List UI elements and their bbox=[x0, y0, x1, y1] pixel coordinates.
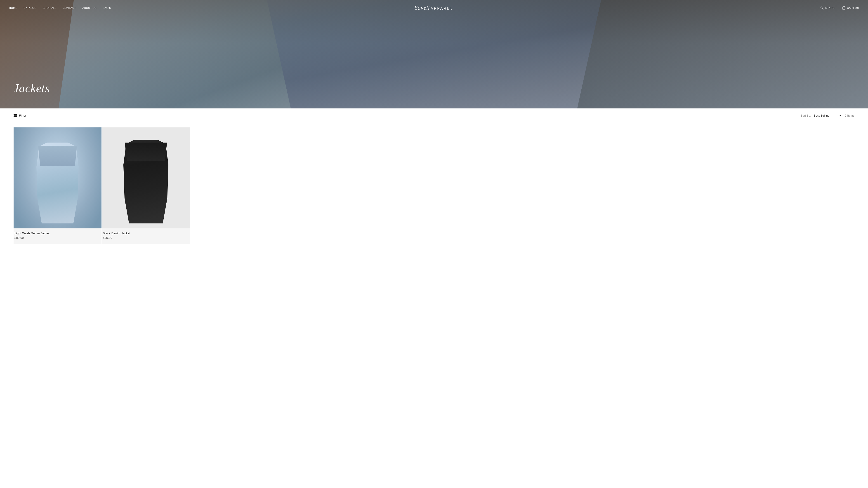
sort-select[interactable]: Best Selling Price: Low to High Price: H… bbox=[814, 114, 842, 117]
nav-about-us[interactable]: ABOUT US bbox=[82, 6, 96, 9]
nav-contact[interactable]: CONTACT bbox=[63, 6, 76, 9]
filter-icon-line-2 bbox=[14, 116, 17, 116]
nav-catalog[interactable]: CATALOG bbox=[24, 6, 37, 9]
product-name-2: Black Denim Jacket bbox=[103, 232, 189, 235]
filter-icon-line-3 bbox=[13, 116, 17, 117]
filter-icon-line-1 bbox=[13, 114, 17, 115]
search-label: SEARCH bbox=[825, 6, 837, 9]
product-image-2 bbox=[102, 127, 190, 228]
items-count: 2 Items bbox=[845, 114, 855, 117]
right-navigation: SEARCH CART (0) bbox=[820, 6, 859, 10]
filter-bar: Filter Sort By: Best Selling Price: Low … bbox=[0, 108, 868, 123]
nav-home[interactable]: HOME bbox=[9, 6, 18, 9]
hero-title: Jackets bbox=[13, 82, 50, 95]
hero-section: Jackets bbox=[0, 0, 868, 108]
product-image-1 bbox=[13, 127, 101, 228]
search-button[interactable]: SEARCH bbox=[820, 6, 837, 10]
product-name-1: Light Wash Denim Jacket bbox=[14, 232, 101, 235]
filter-icon bbox=[13, 114, 17, 117]
sort-area: Sort By: Best Selling Price: Low to High… bbox=[801, 114, 855, 117]
product-info-2: Black Denim Jacket $95.00 bbox=[102, 228, 190, 244]
cart-icon bbox=[842, 6, 846, 10]
product-image-wrap-1 bbox=[13, 127, 101, 228]
logo-brand-name: SavellAPPAREL bbox=[414, 4, 453, 11]
product-price-1: $89.00 bbox=[14, 236, 101, 239]
filter-label: Filter bbox=[19, 114, 26, 117]
cart-button[interactable]: CART (0) bbox=[842, 6, 859, 10]
product-card-2[interactable]: Black Denim Jacket $95.00 bbox=[102, 127, 190, 244]
svg-point-0 bbox=[820, 7, 823, 9]
site-header: HOME CATALOG SHOP ALL CONTACT ABOUT US F… bbox=[0, 0, 868, 16]
filter-button[interactable]: Filter bbox=[13, 114, 26, 117]
product-card-1[interactable]: Light Wash Denim Jacket $89.00 bbox=[13, 127, 101, 244]
hero-background bbox=[0, 0, 868, 108]
product-grid: Light Wash Denim Jacket $89.00 Black Den… bbox=[0, 123, 204, 258]
search-icon bbox=[820, 6, 824, 10]
nav-shop-all[interactable]: SHOP ALL bbox=[43, 6, 57, 9]
nav-faqs[interactable]: FAQ'S bbox=[103, 6, 111, 9]
logo[interactable]: SavellAPPAREL bbox=[414, 4, 453, 11]
sort-by-label: Sort By: bbox=[801, 114, 811, 117]
product-image-wrap-2 bbox=[102, 127, 190, 228]
product-price-2: $95.00 bbox=[103, 236, 189, 239]
hero-dark-overlay bbox=[0, 0, 868, 108]
left-navigation: HOME CATALOG SHOP ALL CONTACT ABOUT US F… bbox=[9, 6, 111, 9]
cart-label: CART (0) bbox=[847, 6, 859, 9]
hero-content: Jackets bbox=[13, 82, 50, 95]
svg-line-1 bbox=[823, 8, 824, 9]
product-info-1: Light Wash Denim Jacket $89.00 bbox=[13, 228, 101, 244]
